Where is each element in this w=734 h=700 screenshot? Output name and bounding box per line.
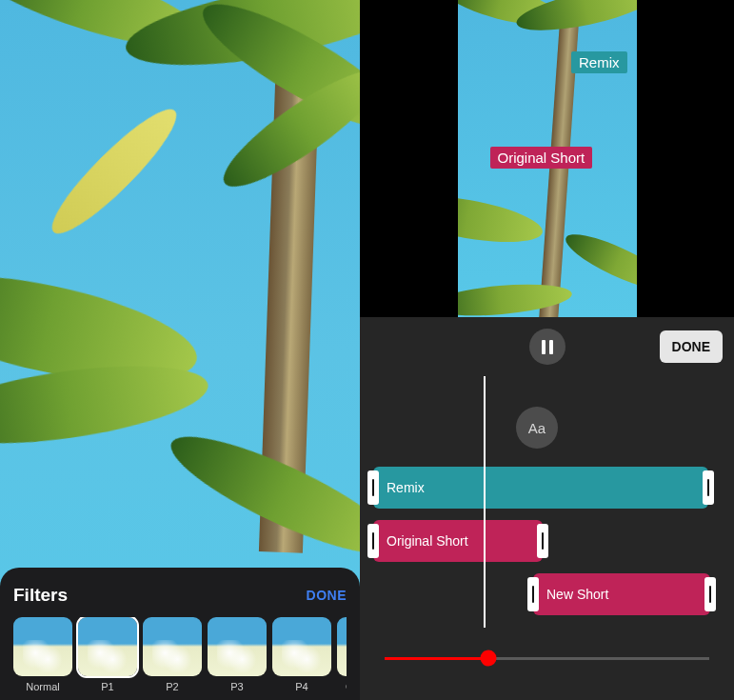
clip-new-short[interactable]: New Short <box>533 573 710 615</box>
text-tool-button[interactable]: Aa <box>516 407 558 449</box>
palm-frond-graphic <box>40 97 188 246</box>
filter-thumbnail[interactable] <box>78 617 137 676</box>
clip-trim-handle-right[interactable] <box>537 524 548 558</box>
clip-trim-handle-right[interactable] <box>703 470 714 505</box>
filter-thumbnail[interactable] <box>13 617 72 676</box>
clip-label: Original Short <box>387 533 468 549</box>
filter-thumbnail[interactable] <box>337 617 347 676</box>
palm-frond-graphic <box>458 187 546 250</box>
filter-label: P2 <box>166 681 178 692</box>
video-preview[interactable]: Remix Original Short <box>458 0 637 317</box>
filters-title: Filters <box>13 585 68 606</box>
clip-trim-handle-left[interactable] <box>367 524 379 558</box>
palm-frond-graphic <box>560 225 637 299</box>
filter-item-p1[interactable]: P1 <box>78 617 137 692</box>
playback-controls: DONE <box>360 317 734 376</box>
overlay-text-original[interactable]: Original Short <box>490 147 593 169</box>
track-row: Remix <box>373 467 734 509</box>
seek-thumb[interactable] <box>481 650 497 667</box>
clip-trim-handle-left[interactable] <box>367 470 379 505</box>
filter-thumbnail[interactable] <box>143 617 202 676</box>
clip-remix[interactable]: Remix <box>373 467 708 509</box>
track-row: Original Short <box>373 520 734 562</box>
seek-track <box>385 657 709 660</box>
track-row: New Short <box>373 573 734 615</box>
filter-item-p2[interactable]: P2 <box>143 617 202 692</box>
filter-label: C <box>346 681 347 692</box>
overlay-text-remix[interactable]: Remix <box>571 51 627 73</box>
video-preview-area: Remix Original Short <box>360 0 734 317</box>
clip-label: Remix <box>387 480 425 495</box>
text-tool-icon: Aa <box>528 420 546 436</box>
filter-item-c[interactable]: C <box>337 617 347 692</box>
filters-editor-panel: Filters DONE NormalP1P2P3P4C <box>0 0 360 700</box>
filter-item-p3[interactable]: P3 <box>208 617 267 692</box>
tracks-container: Remix Original Short New Short <box>360 467 734 627</box>
filter-item-p4[interactable]: P4 <box>272 617 331 692</box>
clip-trim-handle-right[interactable] <box>704 577 716 611</box>
pause-icon <box>542 340 553 354</box>
clip-label: New Short <box>546 587 608 602</box>
filters-drawer: Filters DONE NormalP1P2P3P4C <box>0 568 360 700</box>
timeline-area[interactable]: Aa Remix Original Short <box>360 376 734 700</box>
filter-label: Normal <box>26 681 59 692</box>
filters-done-button[interactable]: DONE <box>307 588 347 603</box>
filter-label: P4 <box>295 681 307 692</box>
seek-fill <box>385 657 488 660</box>
done-button[interactable]: DONE <box>660 330 723 363</box>
timeline-editor-panel: Remix Original Short DONE Aa Remix <box>360 0 734 700</box>
filter-item-normal[interactable]: Normal <box>13 617 72 692</box>
clip-trim-handle-left[interactable] <box>527 577 539 611</box>
filter-label: P1 <box>101 681 113 692</box>
pause-button[interactable] <box>529 329 565 365</box>
clip-original-short[interactable]: Original Short <box>373 520 543 562</box>
filter-label: P3 <box>230 681 243 692</box>
playhead[interactable] <box>484 376 486 628</box>
filters-list[interactable]: NormalP1P2P3P4C <box>13 617 347 692</box>
filter-thumbnail[interactable] <box>272 617 331 676</box>
filter-thumbnail[interactable] <box>208 617 267 676</box>
seek-bar[interactable] <box>385 647 709 670</box>
